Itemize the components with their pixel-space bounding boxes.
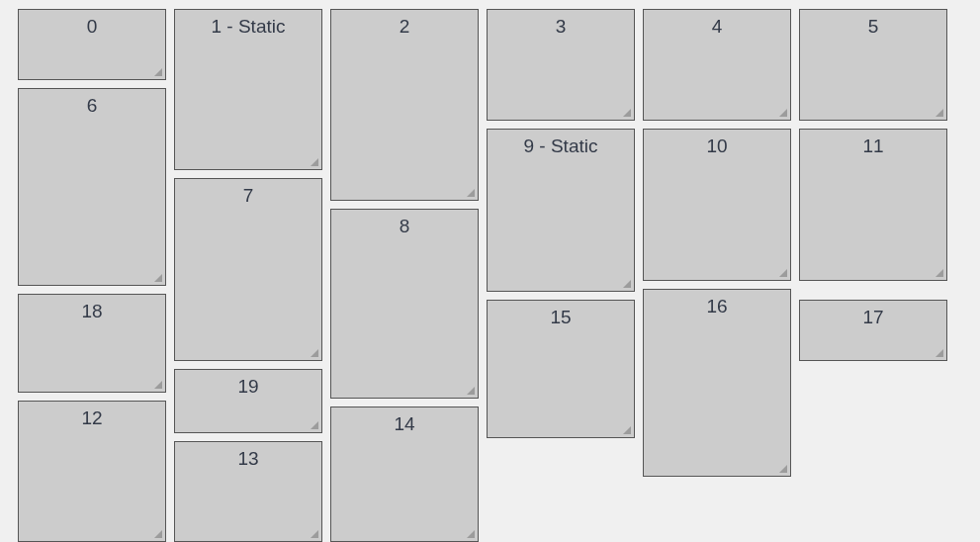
grid-item-7[interactable]: 7 [174,178,322,361]
grid-item-2[interactable]: 2 [330,9,479,201]
grid-item-10[interactable]: 10 [643,129,791,281]
grid-item-0[interactable]: 0 [18,9,166,80]
grid-item-17[interactable]: 17 [799,300,947,361]
grid-item-6[interactable]: 6 [18,88,166,286]
grid-item-12[interactable]: 12 [18,401,166,542]
grid-item-9-static: 9 - Static [487,129,635,292]
grid-item-3[interactable]: 3 [487,9,635,121]
grid-item-5[interactable]: 5 [799,9,947,121]
grid-layout-container: 01 - Static23456789 - Static101118191516… [0,0,980,542]
grid-item-19[interactable]: 19 [174,369,322,433]
grid-item-13[interactable]: 13 [174,441,322,542]
grid-item-4[interactable]: 4 [643,9,791,121]
grid-item-18[interactable]: 18 [18,294,166,393]
grid-item-14[interactable]: 14 [330,406,479,542]
grid-item-1-static: 1 - Static [174,9,322,170]
grid-item-11[interactable]: 11 [799,129,947,281]
grid-item-15[interactable]: 15 [487,300,635,438]
grid-item-8[interactable]: 8 [330,209,479,399]
grid-item-16[interactable]: 16 [643,289,791,477]
